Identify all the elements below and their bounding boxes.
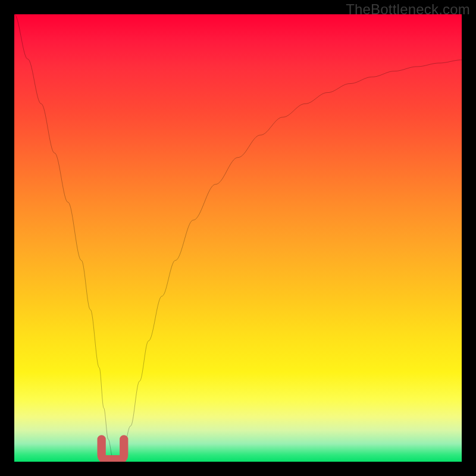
optimal-marker xyxy=(14,14,462,462)
watermark-text: TheBottleneck.com xyxy=(346,1,470,18)
